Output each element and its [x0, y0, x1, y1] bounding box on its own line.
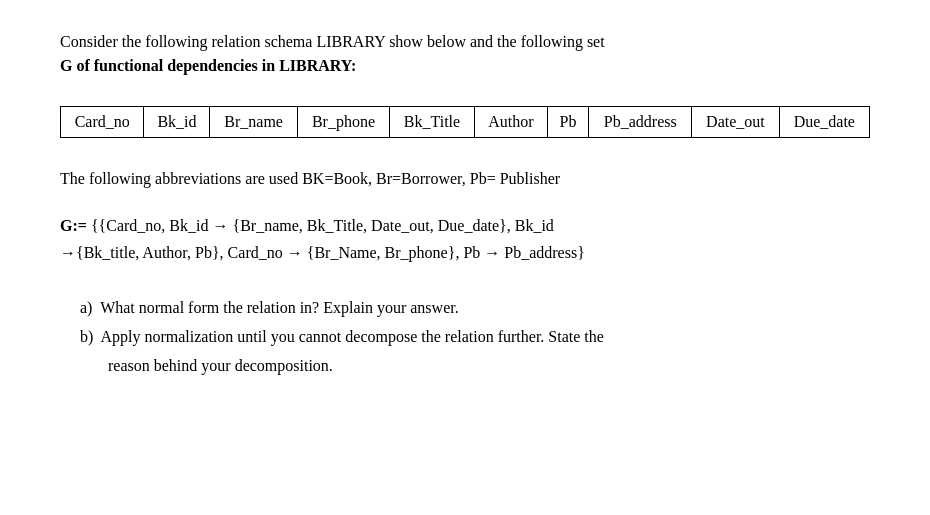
question-b-label: b) [80, 328, 100, 345]
intro-text: Consider the following relation schema L… [60, 30, 870, 78]
table-cell: Card_no [61, 107, 144, 138]
abbreviations: The following abbreviations are used BK=… [60, 166, 870, 192]
table-cell: Author [474, 107, 547, 138]
table-cell: Br_name [210, 107, 297, 138]
fd-line2-text: →{Bk_title, Author, Pb}, Card_no → {Br_N… [60, 244, 585, 261]
fd-line2: →{Bk_title, Author, Pb}, Card_no → {Br_N… [60, 239, 870, 266]
intro-line1: Consider the following relation schema L… [60, 30, 870, 54]
schema-table-wrapper: Card_noBk_idBr_nameBr_phoneBk_TitleAutho… [60, 106, 870, 138]
fd-label: G:= [60, 217, 91, 234]
table-cell: Bk_id [144, 107, 210, 138]
abbreviations-text: The following abbreviations are used BK=… [60, 166, 870, 192]
question-b: b) Apply normalization until you cannot … [80, 323, 870, 352]
table-cell: Br_phone [297, 107, 389, 138]
fd-line1-text: {{Card_no, Bk_id → {Br_name, Bk_Title, D… [91, 217, 554, 234]
table-cell: Pb_address [589, 107, 692, 138]
intro-line2: G of functional dependencies in LIBRARY: [60, 54, 870, 78]
question-b-line2: reason behind your decomposition. [108, 357, 333, 374]
table-cell: Bk_Title [390, 107, 475, 138]
question-a: a) What normal form the relation in? Exp… [80, 294, 870, 323]
table-cell: Pb [547, 107, 589, 138]
schema-table: Card_noBk_idBr_nameBr_phoneBk_TitleAutho… [60, 106, 870, 138]
question-b-line1: Apply normalization until you cannot dec… [100, 328, 603, 345]
table-row: Card_noBk_idBr_nameBr_phoneBk_TitleAutho… [61, 107, 870, 138]
questions-section: a) What normal form the relation in? Exp… [60, 294, 870, 380]
question-a-text: What normal form the relation in? Explai… [100, 299, 459, 316]
functional-deps: G:= {{Card_no, Bk_id → {Br_name, Bk_Titl… [60, 212, 870, 266]
question-a-label: a) [80, 299, 100, 316]
question-b-continued: reason behind your decomposition. [80, 352, 870, 381]
fd-line1: G:= {{Card_no, Bk_id → {Br_name, Bk_Titl… [60, 212, 870, 239]
table-cell: Due_date [779, 107, 869, 138]
table-cell: Date_out [692, 107, 779, 138]
